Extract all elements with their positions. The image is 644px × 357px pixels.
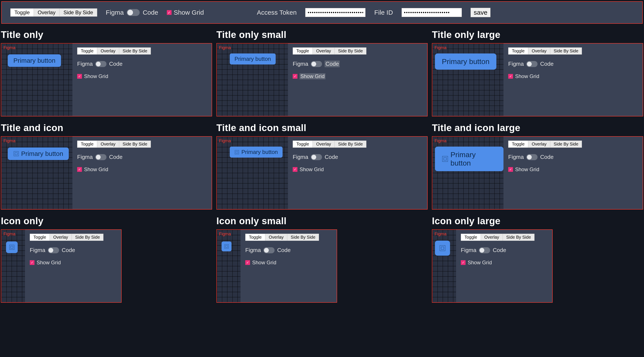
show-grid-checkbox[interactable]: ✓ bbox=[77, 74, 82, 79]
tab-overlay[interactable]: Overlay bbox=[34, 8, 60, 16]
primary-button[interactable] bbox=[222, 242, 232, 251]
figma-code-switch[interactable] bbox=[311, 154, 322, 160]
svg-rect-7 bbox=[11, 246, 13, 248]
canvas-source-tag: Figma bbox=[4, 138, 16, 143]
primary-button[interactable]: Primary button bbox=[435, 54, 496, 70]
tab-toggle[interactable]: Toggle bbox=[461, 234, 481, 240]
story-frame: Figma Toggle Overlay Side By Side Figma … bbox=[1, 230, 122, 303]
tab-toggle[interactable]: Toggle bbox=[293, 141, 313, 148]
show-grid-group: ✓ Show Grid bbox=[245, 260, 332, 266]
story-frame: Figma Primary button Toggle Overlay Side… bbox=[1, 43, 212, 116]
show-grid-group: ✓ Show Grid bbox=[508, 166, 638, 172]
tab-overlay[interactable]: Overlay bbox=[265, 234, 287, 240]
grid-icon bbox=[13, 151, 19, 156]
show-grid-checkbox[interactable]: ✓ bbox=[461, 260, 466, 265]
story-control-panel: Toggle Overlay Side By Side Figma Code ✓… bbox=[240, 230, 337, 302]
tab-toggle[interactable]: Toggle bbox=[293, 48, 313, 54]
primary-button[interactable] bbox=[6, 242, 18, 253]
figma-code-switch[interactable] bbox=[95, 61, 106, 67]
story-control-panel: Toggle Overlay Side By Side Figma Code ✓… bbox=[72, 137, 212, 209]
show-grid-checkbox[interactable]: ✓ bbox=[508, 74, 513, 79]
figma-canvas: Figma Primary button bbox=[217, 44, 288, 116]
tab-side-by-side[interactable]: Side By Side bbox=[335, 141, 366, 148]
show-grid-checkbox[interactable]: ✓ bbox=[293, 167, 298, 172]
file-id-field[interactable] bbox=[402, 8, 462, 17]
code-switch-label: Code bbox=[540, 154, 554, 160]
tab-overlay[interactable]: Overlay bbox=[97, 141, 119, 148]
figma-code-switch[interactable] bbox=[311, 61, 322, 67]
tab-overlay[interactable]: Overlay bbox=[50, 234, 72, 240]
tab-overlay[interactable]: Overlay bbox=[97, 48, 119, 54]
tab-side-by-side[interactable]: Side By Side bbox=[119, 48, 151, 54]
tab-side-by-side[interactable]: Side By Side bbox=[335, 48, 366, 54]
figma-code-switch[interactable] bbox=[127, 9, 140, 16]
primary-button[interactable] bbox=[435, 240, 450, 256]
figma-code-switch[interactable] bbox=[526, 154, 538, 160]
figma-code-switch[interactable] bbox=[479, 247, 490, 253]
tab-side-by-side[interactable]: Side By Side bbox=[550, 141, 582, 148]
code-switch-label: Code bbox=[109, 60, 122, 67]
svg-rect-4 bbox=[442, 156, 448, 162]
show-grid-checkbox[interactable]: ✓ bbox=[245, 260, 250, 265]
show-grid-group: ✓ Show Grid bbox=[508, 73, 638, 79]
show-grid-group: ✓ Show Grid bbox=[167, 9, 204, 16]
tab-side-by-side[interactable]: Side By Side bbox=[503, 234, 534, 240]
tab-toggle[interactable]: Toggle bbox=[30, 234, 50, 240]
show-grid-group: ✓ Show Grid bbox=[77, 166, 207, 172]
tab-toggle[interactable]: Toggle bbox=[10, 8, 34, 16]
primary-button[interactable]: Primary button bbox=[8, 148, 69, 160]
story-control-panel: Toggle Overlay Side By Side Figma Code ✓… bbox=[288, 44, 427, 116]
primary-button[interactable]: Primary button bbox=[435, 146, 504, 171]
primary-button[interactable]: Primary button bbox=[8, 54, 61, 67]
tab-toggle[interactable]: Toggle bbox=[77, 141, 97, 148]
view-mode-tabs: Toggle Overlay Side By Side bbox=[293, 48, 366, 54]
view-mode-tabs: Toggle Overlay Side By Side bbox=[30, 234, 104, 241]
save-button[interactable]: save bbox=[470, 8, 490, 17]
tab-side-by-side[interactable]: Side By Side bbox=[119, 141, 151, 148]
figma-code-switch[interactable] bbox=[264, 247, 274, 253]
tab-side-by-side[interactable]: Side By Side bbox=[550, 48, 582, 54]
tab-overlay[interactable]: Overlay bbox=[481, 234, 503, 240]
show-grid-checkbox[interactable]: ✓ bbox=[77, 167, 82, 172]
show-grid-checkbox[interactable]: ✓ bbox=[508, 167, 513, 172]
canvas-source-tag: Figma bbox=[434, 138, 446, 143]
tab-side-by-side[interactable]: Side By Side bbox=[287, 234, 319, 240]
figma-code-switch-group: Figma Code bbox=[106, 9, 158, 16]
tab-side-by-side[interactable]: Side By Side bbox=[72, 234, 104, 240]
show-grid-group: ✓ Show Grid bbox=[461, 260, 548, 266]
code-switch-label: Code bbox=[540, 60, 554, 67]
canvas-source-tag: Figma bbox=[4, 45, 16, 50]
svg-rect-1 bbox=[15, 153, 18, 155]
canvas-source-tag: Figma bbox=[434, 232, 446, 236]
tab-toggle[interactable]: Toggle bbox=[508, 141, 528, 148]
show-grid-checkbox[interactable]: ✓ bbox=[167, 10, 172, 15]
access-token-label: Access Token bbox=[257, 9, 297, 16]
tab-toggle[interactable]: Toggle bbox=[77, 48, 97, 54]
figma-code-switch-group: Figma Code bbox=[293, 60, 422, 67]
tab-toggle[interactable]: Toggle bbox=[246, 234, 265, 240]
svg-rect-2 bbox=[235, 150, 239, 154]
tab-overlay[interactable]: Overlay bbox=[313, 141, 335, 148]
primary-button[interactable]: Primary button bbox=[230, 146, 282, 158]
show-grid-checkbox[interactable]: ✓ bbox=[30, 260, 34, 265]
tab-side-by-side[interactable]: Side By Side bbox=[60, 8, 97, 16]
tab-overlay[interactable]: Overlay bbox=[313, 48, 335, 54]
access-token-field[interactable] bbox=[305, 8, 366, 17]
tab-overlay[interactable]: Overlay bbox=[528, 141, 550, 148]
show-grid-checkbox[interactable]: ✓ bbox=[293, 74, 298, 79]
view-mode-tabs: Toggle Overlay Side By Side bbox=[10, 8, 97, 16]
figma-code-switch[interactable] bbox=[95, 154, 106, 160]
view-mode-tabs: Toggle Overlay Side By Side bbox=[461, 234, 534, 241]
tab-overlay[interactable]: Overlay bbox=[528, 48, 550, 54]
view-mode-tabs: Toggle Overlay Side By Side bbox=[77, 140, 151, 148]
story-title: Title and icon large bbox=[432, 122, 643, 133]
primary-button-label: Primary button bbox=[21, 150, 63, 157]
figma-code-switch[interactable] bbox=[526, 61, 538, 67]
primary-button[interactable]: Primary button bbox=[230, 54, 276, 64]
tab-toggle[interactable]: Toggle bbox=[508, 48, 528, 54]
figma-switch-label: Figma bbox=[508, 154, 524, 160]
figma-code-switch[interactable] bbox=[48, 247, 59, 253]
global-toolbar: Toggle Overlay Side By Side Figma Code ✓… bbox=[1, 1, 643, 24]
code-switch-label: Code bbox=[324, 60, 340, 67]
story-control-panel: Toggle Overlay Side By Side Figma Code ✓… bbox=[288, 137, 427, 209]
